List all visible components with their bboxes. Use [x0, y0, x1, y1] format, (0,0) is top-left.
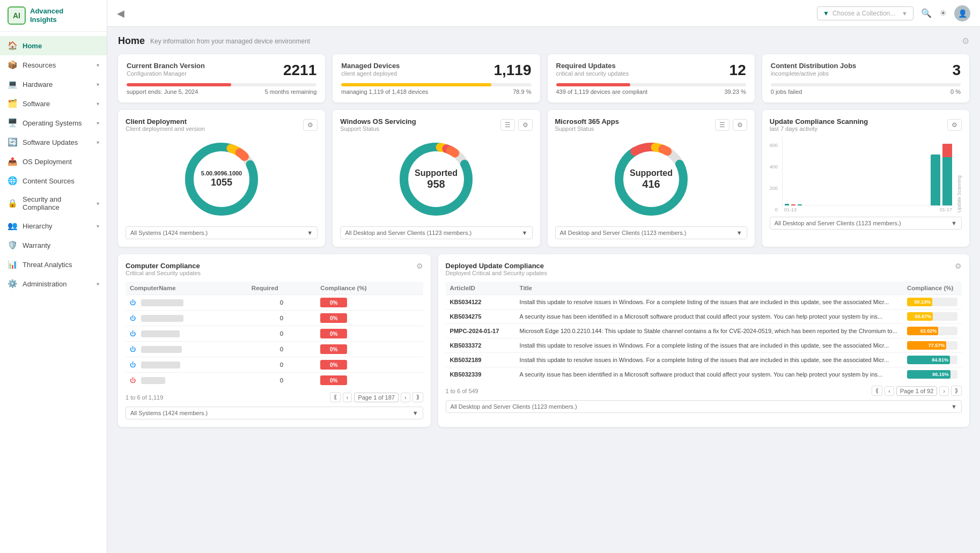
stat-card-managed-devices: Managed Devices client agent deployed 1,… [333, 54, 540, 102]
article-id-cell: PMPC-2024-01-17 [446, 324, 515, 338]
current-page-button[interactable]: Page 1 of 92 [896, 386, 937, 396]
current-page-button[interactable]: Page 1 of 187 [354, 393, 399, 402]
sidebar-item-software-updates[interactable]: 🔄 Software Updates ▾ [0, 132, 107, 152]
client-deployment-settings-button[interactable]: ⚙ [303, 119, 318, 131]
windows-servicing-select[interactable]: All Desktop and Server Clients (1123 mem… [340, 226, 532, 239]
sidebar-item-hardware[interactable]: 💻 Hardware ▾ [0, 75, 107, 94]
update-compliance-pct-cell: 50.13% [903, 295, 962, 309]
sidebar-item-home[interactable]: 🏠 Home [0, 36, 107, 55]
theme-icon[interactable]: ☀ [939, 8, 947, 18]
sidebar-item-hierarchy[interactable]: 👥 Hierarchy ▾ [0, 216, 107, 235]
computer-name-cell: ⏻ DESKTOP-A1 [126, 295, 247, 311]
computer-name-cell: ⏻ PC-F6 [126, 373, 247, 388]
update-compliance-select[interactable]: All Desktop and Server Clients (1123 mem… [446, 400, 962, 413]
sidebar-item-operating-systems[interactable]: 🖥️ Operating Systems ▾ [0, 113, 107, 132]
sidebar-item-threat-analytics[interactable]: 📊 Threat Analytics [0, 255, 107, 274]
sidebar-navigation: 🏠 Home 📦 Resources ▾ 💻 Hardware ▾ 🗂️ Sof… [0, 32, 107, 553]
dropdown-arrow-icon: ▼ [951, 403, 957, 410]
topbar-left: ◀ [117, 8, 124, 19]
search-icon[interactable]: 🔍 [921, 8, 932, 18]
update-compliance-pagination: 1 to 6 of 549 ⟪ ‹ Page 1 of 92 › ⟫ [446, 386, 962, 396]
computer-compliance-select[interactable]: All Systems (1424 members.) ▼ [126, 407, 423, 419]
col-title: Title [515, 282, 903, 295]
dist-jobs-subtitle: incomplete/active jobs [771, 70, 857, 77]
required-updates-footer: 439 of 1,119 devices are compliant 39.23… [556, 89, 746, 95]
required-cell: 0 [247, 295, 316, 311]
computer-compliance-settings-button[interactable]: ⚙ [416, 262, 423, 270]
sidebar-item-warranty[interactable]: 🛡️ Warranty [0, 235, 107, 255]
bar-green-small2 [798, 204, 802, 205]
managed-devices-value: 1,119 [493, 62, 531, 79]
topbar: ◀ ▼ Choose a Collection... ▼ 🔍 ☀ 👤 [107, 0, 980, 27]
resources-icon: 📦 [8, 60, 17, 70]
table-row: KB5032189 Install this update to resolve… [446, 353, 962, 367]
hierarchy-icon: 👥 [8, 221, 17, 231]
compliance-pct-cell: 0% [316, 295, 423, 311]
app-logo: AI Advanced Insights [0, 0, 107, 32]
stat-card-branch-version: Current Branch Version Configuration Man… [118, 54, 325, 102]
page-header: Home Key information from your managed d… [118, 35, 969, 47]
widget-client-deployment: Client Deployment Client deployment and … [118, 110, 325, 247]
dist-jobs-title: Content Distribution Jobs [771, 62, 857, 70]
update-compliance-scan-settings-button[interactable]: ⚙ [947, 119, 962, 131]
security-icon: 🔒 [8, 198, 17, 208]
article-title-cell: Install this update to resolve issues in… [515, 295, 903, 309]
sidebar-item-software[interactable]: 🗂️ Software ▾ [0, 94, 107, 113]
updates-icon: 🔄 [8, 137, 17, 147]
update-compliance-scan-select[interactable]: All Desktop and Server Clients (1123 mem… [770, 217, 962, 230]
svg-text:5.00.9096.1000: 5.00.9096.1000 [201, 170, 242, 176]
article-title-cell: Install this update to resolve issues in… [515, 353, 903, 367]
last-page-button[interactable]: ⟫ [951, 386, 962, 396]
m365-apps-select[interactable]: All Desktop and Server Clients (1123 mem… [555, 226, 747, 239]
branch-version-value: 2211 [283, 62, 316, 79]
client-deployment-select[interactable]: All Systems (1424 members.) ▼ [126, 226, 318, 239]
required-updates-bar-fill [556, 83, 630, 86]
stat-cards-row: Current Branch Version Configuration Man… [118, 54, 969, 102]
update-compliance-scan-title: Update Compliance Scanning [770, 117, 868, 126]
m365-apps-settings-button[interactable]: ⚙ [733, 119, 747, 131]
windows-servicing-title: Windows OS Servicing [340, 117, 416, 126]
dropdown-arrow-icon: ▼ [736, 230, 742, 236]
sidebar-item-security-compliance[interactable]: 🔒 Security and Compliance ▾ [0, 190, 107, 216]
sidebar-item-resources[interactable]: 📦 Resources ▾ [0, 55, 107, 75]
next-page-button[interactable]: › [401, 393, 410, 402]
svg-text:1055: 1055 [211, 177, 232, 188]
computer-icon: ⏻ [130, 330, 136, 337]
os-icon: 🖥️ [8, 118, 17, 128]
bar-green-small1 [785, 204, 789, 205]
first-page-button[interactable]: ⟪ [330, 392, 341, 402]
collapse-sidebar-button[interactable]: ◀ [117, 8, 124, 19]
user-avatar[interactable]: 👤 [954, 5, 970, 21]
update-compliance-pct-cell: 50.67% [903, 309, 962, 324]
update-compliance-settings-button[interactable]: ⚙ [955, 262, 962, 270]
windows-servicing-list-button[interactable]: ☰ [500, 119, 515, 131]
next-page-button[interactable]: › [939, 386, 949, 396]
computer-name-cell: ⏻ LAPTOP-C3 [126, 326, 247, 342]
threat-icon: 📊 [8, 260, 17, 269]
computer-compliance-pagination: 1 to 6 of 1,119 ⟪ ‹ Page 1 of 187 › ⟫ [126, 392, 423, 402]
update-compliance-bar-chart: 600 400 200 0 [770, 136, 962, 212]
dropdown-arrow-icon: ▼ [522, 230, 528, 236]
windows-servicing-settings-button[interactable]: ⚙ [518, 119, 533, 131]
m365-apps-list-button[interactable]: ☰ [715, 119, 730, 131]
settings-icon[interactable]: ⚙ [962, 36, 969, 46]
first-page-button[interactable]: ⟪ [872, 386, 882, 396]
update-compliance-pct-cell: 62.02% [903, 324, 962, 338]
prev-page-button[interactable]: ‹ [343, 393, 352, 402]
last-page-button[interactable]: ⟫ [412, 392, 423, 402]
prev-page-button[interactable]: ‹ [885, 386, 894, 396]
article-id-cell: KB5033372 [446, 338, 515, 353]
required-cell: 0 [247, 326, 316, 342]
sidebar-item-os-deployment[interactable]: 📤 OS Deployment [0, 152, 107, 171]
table-row: KB5034275 A security issue has been iden… [446, 309, 962, 324]
svg-text:416: 416 [642, 178, 660, 190]
logo-text: Advanced Insights [30, 7, 63, 24]
dropdown-arrow-icon: ▼ [902, 10, 908, 17]
stat-card-required-updates: Required Updates critical and security u… [548, 54, 755, 102]
m365-apps-subtitle: Support Status [555, 126, 619, 132]
sidebar-item-administration[interactable]: ⚙️ Administration ▾ [0, 274, 107, 293]
collection-select[interactable]: ▼ Choose a Collection... ▼ [817, 6, 913, 20]
page-title: Home [118, 35, 145, 47]
software-icon: 🗂️ [8, 99, 17, 108]
sidebar-item-content-sources[interactable]: 🌐 Content Sources [0, 171, 107, 190]
